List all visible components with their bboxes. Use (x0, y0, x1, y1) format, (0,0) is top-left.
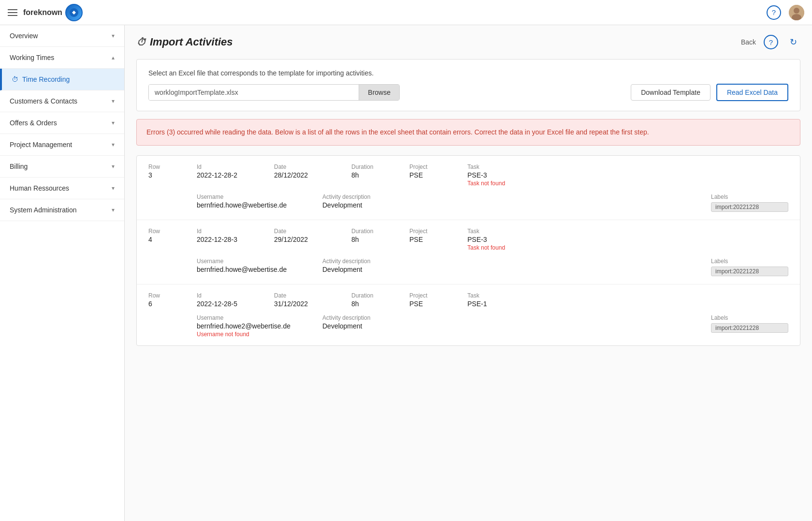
row-top: Row 6 Id 2022-12-28-5 Date 31/12/2022 Du… (148, 292, 788, 308)
file-input-display: Browse (148, 84, 400, 101)
logo-text: foreknown (23, 8, 62, 17)
page-refresh-icon[interactable]: ↻ (786, 35, 800, 49)
project-value: PSE (409, 236, 448, 243)
import-icon: ⏱ (136, 37, 146, 48)
username-error: Username not found (197, 331, 303, 338)
topbar-right: ? (767, 5, 804, 20)
activity-field: Activity description Development (322, 194, 692, 212)
sidebar-item-overview-inner: Overview (10, 32, 38, 40)
page-title-text: Import Activities (150, 36, 233, 48)
date-field: Date 29/12/2022 (274, 228, 332, 251)
error-message: Errors (3) occurred while reading the da… (146, 128, 649, 136)
file-input[interactable] (149, 85, 359, 100)
username-value: bernfried.howe2@webertise.de (197, 322, 303, 330)
date-field: Date 28/12/2022 (274, 164, 332, 187)
back-button[interactable]: Back (741, 38, 756, 46)
svg-point-2 (794, 8, 799, 14)
row-number-field: Row 4 (148, 228, 177, 251)
sidebar-item-human-resources[interactable]: Human Ressources ▾ (0, 178, 124, 199)
sidebar-item-overview[interactable]: Overview ▾ (0, 25, 124, 47)
clock-icon: ⏱ (12, 75, 18, 83)
table-row: Row 4 Id 2022-12-28-3 Date 29/12/2022 Du… (137, 220, 800, 284)
sidebar-item-project-inner: Project Management (10, 141, 72, 149)
sidebar-item-system-administration[interactable]: System Administration ▾ (0, 199, 124, 221)
row-number-field: Row 3 (148, 164, 177, 187)
date-label: Date (274, 164, 332, 170)
username-value: bernfried.howe@webertise.de (197, 201, 303, 209)
activity-label: Activity description (322, 258, 692, 265)
upload-section: Select an Excel file that corresponds to… (136, 59, 800, 111)
download-template-button[interactable]: Download Template (631, 84, 710, 101)
sidebar-item-billing-inner: Billing (10, 163, 28, 170)
username-field: Username bernfried.howe2@webertise.de Us… (197, 314, 303, 338)
chevron-down-icon: ▾ (112, 32, 115, 39)
activity-label: Activity description (322, 194, 692, 200)
main-content: ⏱ Import Activities Back ? ↻ Select an E… (125, 25, 812, 521)
project-value: PSE (409, 171, 448, 179)
error-rows-container: Row 3 Id 2022-12-28-2 Date 28/12/2022 Du… (136, 155, 800, 346)
browse-button[interactable]: Browse (359, 85, 399, 100)
duration-label: Duration (351, 292, 390, 299)
project-field: Project PSE (409, 292, 448, 308)
task-error: Task not found (467, 180, 788, 187)
activity-field: Activity description Development (322, 314, 692, 338)
date-value: 31/12/2022 (274, 300, 332, 308)
chevron-down-icon: ▾ (112, 207, 115, 213)
labels-field: Labels import:20221228 (711, 258, 788, 276)
sidebar-item-time-recording-label: Time Recording (22, 75, 70, 83)
row-top: Row 4 Id 2022-12-28-3 Date 29/12/2022 Du… (148, 228, 788, 251)
date-value: 29/12/2022 (274, 236, 332, 243)
activity-value: Development (322, 322, 692, 330)
page-title: ⏱ Import Activities (136, 36, 233, 48)
task-label: Task (467, 164, 788, 170)
row-value: 3 (148, 171, 177, 179)
task-field: Task PSE-1 (467, 292, 788, 308)
task-field: Task PSE-3 Task not found (467, 164, 788, 187)
id-value: 2022-12-28-2 (197, 171, 255, 179)
project-label: Project (409, 164, 448, 170)
project-value: PSE (409, 300, 448, 308)
topbar-left: foreknown (8, 4, 83, 21)
labels-badge: import:20221228 (711, 202, 788, 212)
row-label: Row (148, 228, 177, 235)
sidebar-item-billing-label: Billing (10, 163, 28, 170)
chevron-down-icon: ▾ (112, 163, 115, 170)
project-label: Project (409, 228, 448, 235)
username-value: bernfried.howe@webertise.de (197, 266, 303, 273)
duration-value: 8h (351, 236, 390, 243)
sidebar-item-billing[interactable]: Billing ▾ (0, 156, 124, 178)
sidebar-item-hr-label: Human Ressources (10, 184, 69, 192)
help-icon[interactable]: ? (767, 5, 781, 20)
id-value: 2022-12-28-3 (197, 236, 255, 243)
menu-button[interactable] (8, 9, 17, 16)
row-value: 6 (148, 300, 177, 308)
sidebar-item-overview-label: Overview (10, 32, 38, 40)
date-field: Date 31/12/2022 (274, 292, 332, 308)
upload-description: Select an Excel file that corresponds to… (148, 69, 788, 77)
date-label: Date (274, 228, 332, 235)
sidebar-item-project-management[interactable]: Project Management ▾ (0, 134, 124, 156)
sidebar-item-time-recording[interactable]: ⏱ Time Recording (0, 69, 124, 90)
row-bottom: Username bernfried.howe@webertise.de Act… (148, 258, 788, 276)
page-help-icon[interactable]: ? (764, 35, 778, 49)
sidebar-item-working-times[interactable]: Working Times ▴ (0, 47, 124, 69)
activity-value: Development (322, 201, 692, 209)
row-bottom: Username bernfried.howe@webertise.de Act… (148, 194, 788, 212)
activity-label: Activity description (322, 314, 692, 321)
sidebar-item-offers-orders[interactable]: Offers & Orders ▾ (0, 112, 124, 134)
row-top: Row 3 Id 2022-12-28-2 Date 28/12/2022 Du… (148, 164, 788, 187)
labels-field: Labels import:20221228 (711, 194, 788, 212)
read-excel-button[interactable]: Read Excel Data (716, 84, 788, 101)
spacer-field (148, 314, 177, 338)
labels-field: Labels import:20221228 (711, 314, 788, 338)
labels-label: Labels (711, 258, 788, 265)
page-header: ⏱ Import Activities Back ? ↻ (136, 35, 800, 49)
error-banner: Errors (3) occurred while reading the da… (136, 119, 800, 146)
sidebar-item-project-label: Project Management (10, 141, 72, 149)
task-error: Task not found (467, 244, 788, 251)
date-value: 28/12/2022 (274, 171, 332, 179)
row-value: 4 (148, 236, 177, 243)
sidebar-item-customers-contacts[interactable]: Customers & Contacts ▾ (0, 90, 124, 112)
sidebar-item-customers-inner: Customers & Contacts (10, 97, 77, 105)
username-label: Username (197, 194, 303, 200)
